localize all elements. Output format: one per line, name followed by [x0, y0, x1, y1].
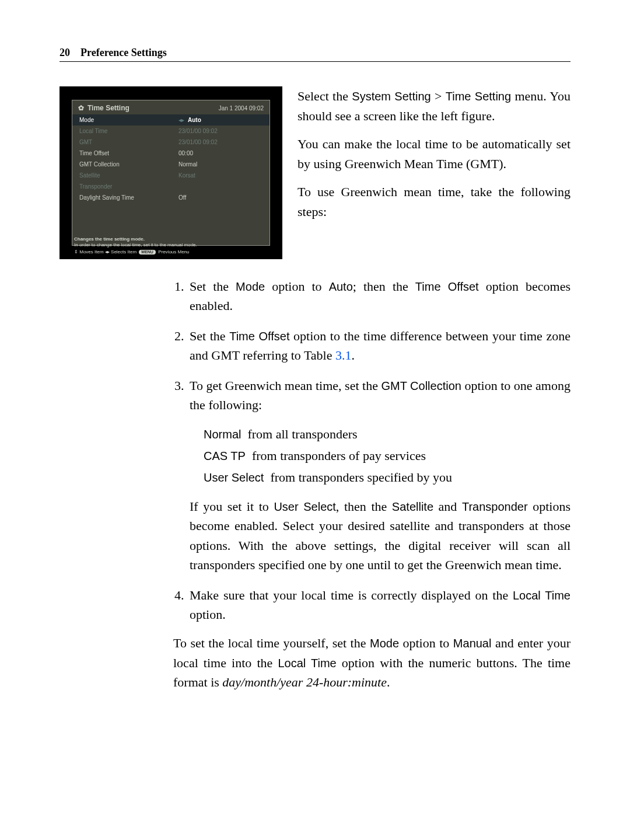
intro-para-2: You can make the local time to be automa… [298, 134, 570, 174]
def-normal: Normal from all transponders [204, 423, 570, 445]
menu-pill-icon: MENU [139, 250, 156, 255]
step-1: Set the Mode option to Auto; then the Ti… [187, 277, 570, 316]
figure-column: ✿ Time Setting Jan 1 2004 09:02 Mode ◂▸ … [60, 86, 281, 259]
page: 20 Preference Settings ✿ Time Setting Ja… [0, 0, 630, 748]
osd-row-localtime: Local Time 23/01/00 09:02 [72, 126, 270, 137]
intro-para-3: To use Greenwich mean time, take the fol… [298, 182, 570, 222]
osd-screenshot: ✿ Time Setting Jan 1 2004 09:02 Mode ◂▸ … [60, 86, 282, 259]
osd-row-satellite: Satellite Korsat [72, 170, 270, 181]
lr-arrow-icon: ◂▸ [178, 117, 184, 123]
osd-label: GMT [79, 139, 178, 145]
updown-icon: ⇕ [74, 249, 78, 255]
osd-value: Off [178, 194, 262, 201]
menu-path-1: System Setting [352, 90, 430, 103]
intro-text: Select the System Setting > Time Setting… [298, 86, 570, 259]
intro-para-1: Select the System Setting > Time Setting… [298, 86, 570, 126]
menu-path-2: Time Setting [446, 90, 511, 103]
def-castp: CAS TP from transponders of pay services [204, 445, 570, 466]
osd-label: Satellite [79, 172, 178, 179]
osd-label: GMT Collection [79, 161, 178, 168]
osd-row-gmt: GMT 23/01/00 09:02 [72, 137, 270, 148]
osd-titlebar: ✿ Time Setting Jan 1 2004 09:02 [72, 100, 270, 114]
leftright-icon: ◂▸ [105, 249, 110, 255]
osd-hints: Changes the time setting mode. In order … [74, 236, 268, 255]
page-number: 20 [60, 47, 70, 59]
osd-row-offset: Time Offset 00:00 [72, 148, 270, 159]
osd-window: ✿ Time Setting Jan 1 2004 09:02 Mode ◂▸ … [72, 100, 270, 246]
osd-hint-moves: Moves Item [79, 249, 103, 255]
step-4: Make sure that your local time is correc… [187, 585, 570, 625]
gear-icon: ✿ [78, 104, 84, 112]
osd-row-transponder: Transponder [72, 181, 270, 192]
osd-date: Jan 1 2004 09:02 [219, 105, 264, 111]
page-title: Preference Settings [80, 47, 167, 59]
osd-title-text: Time Setting [88, 104, 130, 112]
def-userselect: User Select from transponders specified … [204, 466, 570, 488]
table-ref-link[interactable]: 3.1 [335, 348, 352, 363]
definition-list: Normal from all transponders CAS TP from… [204, 423, 570, 489]
main-content: Set the Mode option to Auto; then the Ti… [173, 277, 570, 692]
osd-value: Korsat [178, 172, 262, 179]
osd-value: 23/01/00 09:02 [178, 139, 262, 145]
osd-hint-prev: Previous Menu [158, 249, 189, 255]
figure-and-intro: ✿ Time Setting Jan 1 2004 09:02 Mode ◂▸ … [60, 86, 570, 259]
step-2: Set the Time Offset option to the time d… [187, 326, 570, 365]
osd-value: Normal [178, 161, 262, 168]
osd-hint-line3: ⇕ Moves Item ◂▸ Selects Item MENU Previo… [74, 249, 268, 255]
osd-hint-line1: Changes the time setting mode. [74, 236, 268, 242]
osd-hint-selects: Selects Item [111, 249, 136, 255]
steps-list: Set the Mode option to Auto; then the Ti… [173, 277, 570, 624]
osd-hint-line2: In order to change the local time, set i… [74, 242, 268, 248]
osd-label: Daylight Saving Time [79, 194, 178, 201]
osd-row-dst: Daylight Saving Time Off [72, 192, 270, 203]
osd-row-mode: Mode ◂▸ Auto [72, 114, 270, 126]
osd-value: Auto [188, 117, 262, 123]
osd-label: Local Time [79, 128, 178, 134]
osd-value: 23/01/00 09:02 [178, 128, 262, 134]
osd-value: 00:00 [178, 150, 262, 156]
osd-title-left: ✿ Time Setting [78, 104, 130, 112]
page-header: 20 Preference Settings [60, 47, 570, 62]
osd-label: Transponder [79, 183, 178, 190]
closing-para: To set the local time yourself, set the … [173, 633, 570, 692]
osd-label: Time Offset [79, 150, 178, 156]
step-3: To get Greenwich mean time, set the GMT … [187, 376, 570, 575]
osd-row-gmtcollection: GMT Collection Normal [72, 159, 270, 170]
osd-label: Mode [79, 117, 178, 123]
